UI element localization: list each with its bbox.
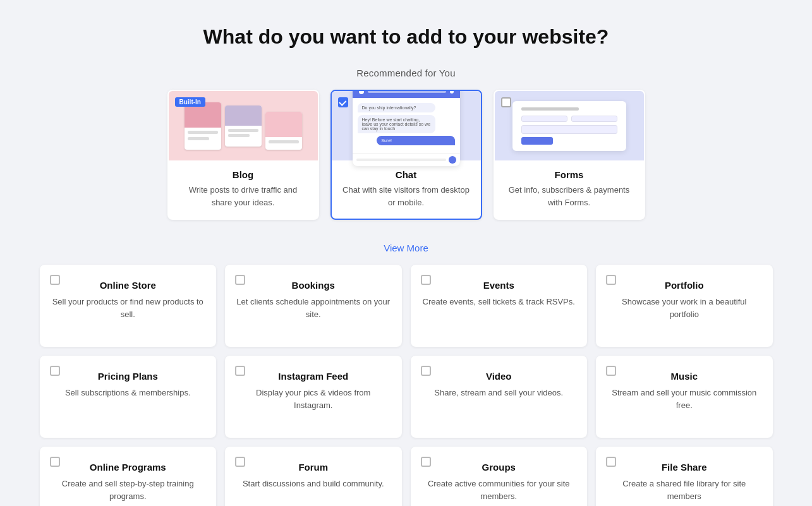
feature-title-online-programs: Online Programs bbox=[51, 462, 205, 473]
feature-title-file-share: File Share bbox=[607, 462, 761, 473]
feature-card-instagram-feed[interactable]: Instagram Feed Display your pics & video… bbox=[225, 356, 402, 438]
feature-card-forum[interactable]: Forum Start discussions and build commun… bbox=[225, 447, 402, 506]
feature-title-forum: Forum bbox=[236, 462, 391, 473]
blog-card-title: Blog bbox=[179, 169, 308, 180]
chat-illustration: Do you ship internationally? Hey! Before… bbox=[332, 90, 481, 171]
feature-checkbox-bookings bbox=[235, 275, 245, 285]
features-grid: Online Store Sell your products or find … bbox=[40, 265, 773, 506]
chat-card-desc: Chat with site visitors from desktop or … bbox=[342, 184, 471, 208]
feature-title-video: Video bbox=[422, 371, 576, 382]
feature-card-portfolio[interactable]: Portfolio Showcase your work in a beauti… bbox=[596, 265, 773, 347]
feature-desc-forum: Start discussions and build community. bbox=[236, 478, 391, 490]
feature-card-events[interactable]: Events Create events, sell tickets & tra… bbox=[411, 265, 588, 347]
feature-title-music: Music bbox=[607, 371, 761, 382]
feature-checkbox-online-programs bbox=[50, 457, 60, 467]
feature-desc-instagram-feed: Display your pics & videos from Instagra… bbox=[236, 387, 391, 411]
feature-desc-events: Create events, sell tickets & track RSVP… bbox=[422, 296, 576, 308]
feature-desc-groups: Create active communities for your site … bbox=[422, 478, 576, 502]
feature-checkbox-portfolio bbox=[606, 275, 616, 285]
feature-card-music[interactable]: Music Stream and sell your music commiss… bbox=[596, 356, 773, 438]
feature-checkbox-online-store bbox=[50, 275, 60, 285]
built-in-badge: Built-In bbox=[175, 97, 205, 107]
feature-checkbox-music bbox=[606, 366, 616, 376]
feature-desc-online-store: Sell your products or find new products … bbox=[51, 296, 205, 320]
feature-card-file-share[interactable]: File Share Create a shared file library … bbox=[596, 447, 773, 506]
feature-checkbox-groups bbox=[421, 457, 431, 467]
feature-title-online-store: Online Store bbox=[51, 280, 205, 291]
page-title: What do you want to add to your website? bbox=[38, 25, 774, 49]
forms-card-title: Forms bbox=[505, 169, 634, 180]
feature-desc-portfolio: Showcase your work in a beautiful portfo… bbox=[607, 296, 761, 320]
feature-checkbox-pricing-plans bbox=[50, 366, 60, 376]
blog-card-image: Built-In bbox=[169, 91, 318, 160]
feature-card-pricing-plans[interactable]: Pricing Plans Sell subscriptions & membe… bbox=[40, 356, 217, 438]
feature-card-online-store[interactable]: Online Store Sell your products or find … bbox=[40, 265, 217, 347]
rec-card-chat[interactable]: Do you ship internationally? Hey! Before… bbox=[330, 90, 482, 220]
recommended-section: Built-In Blog Write po bbox=[38, 90, 774, 220]
feature-card-bookings[interactable]: Bookings Let clients schedule appointmen… bbox=[225, 265, 402, 347]
feature-desc-bookings: Let clients schedule appointments on you… bbox=[236, 296, 391, 320]
feature-checkbox-video bbox=[421, 366, 431, 376]
recommended-label: Recommended for You bbox=[38, 68, 774, 78]
feature-checkbox-file-share bbox=[606, 457, 616, 467]
rec-card-blog[interactable]: Built-In Blog Write po bbox=[167, 90, 319, 220]
chat-card-image: Do you ship internationally? Hey! Before… bbox=[332, 91, 481, 160]
feature-title-groups: Groups bbox=[422, 462, 576, 473]
rec-card-forms[interactable]: Forms Get info, subscribers & payments w… bbox=[494, 90, 645, 220]
feature-title-instagram-feed: Instagram Feed bbox=[236, 371, 391, 382]
feature-title-pricing-plans: Pricing Plans bbox=[51, 371, 205, 382]
feature-card-online-programs[interactable]: Online Programs Create and sell step-by-… bbox=[40, 447, 217, 506]
feature-desc-music: Stream and sell your music commission fr… bbox=[607, 387, 761, 411]
feature-card-video[interactable]: Video Share, stream and sell your videos… bbox=[411, 356, 588, 438]
feature-desc-pricing-plans: Sell subscriptions & memberships. bbox=[51, 387, 205, 399]
feature-checkbox-instagram-feed bbox=[235, 366, 245, 376]
feature-desc-video: Share, stream and sell your videos. bbox=[422, 387, 576, 399]
view-more-label[interactable]: View More bbox=[38, 243, 774, 253]
blog-card-desc: Write posts to drive traffic and share y… bbox=[179, 184, 308, 208]
feature-title-events: Events bbox=[422, 280, 576, 291]
feature-title-bookings: Bookings bbox=[236, 280, 391, 291]
feature-checkbox-forum bbox=[235, 457, 245, 467]
forms-checkbox bbox=[501, 97, 511, 107]
forms-illustration bbox=[502, 95, 636, 157]
forms-card-image bbox=[495, 91, 644, 160]
feature-checkbox-events bbox=[421, 275, 431, 285]
feature-desc-online-programs: Create and sell step-by-step training pr… bbox=[51, 478, 205, 502]
feature-title-portfolio: Portfolio bbox=[607, 280, 761, 291]
feature-desc-file-share: Create a shared file library for site me… bbox=[607, 478, 761, 502]
forms-card-desc: Get info, subscribers & payments with Fo… bbox=[505, 184, 634, 208]
feature-card-groups[interactable]: Groups Create active communities for you… bbox=[411, 447, 588, 506]
chat-checkbox bbox=[338, 97, 348, 107]
